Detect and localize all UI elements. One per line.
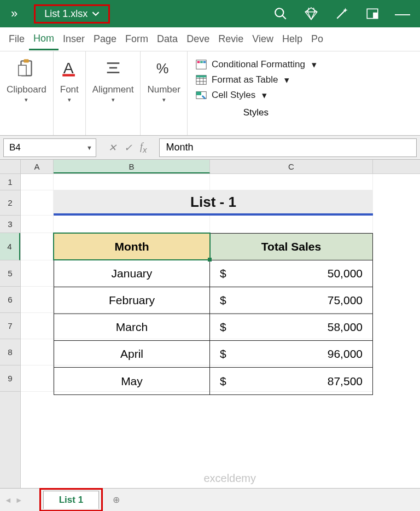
svg-rect-17 [203,61,206,63]
number-label: Number [147,84,180,95]
tab-developer[interactable]: Deve [182,29,214,49]
table-row: April $96,000 [54,341,372,368]
accept-formula-icon[interactable]: ✓ [124,142,132,154]
cond-fmt-icon [195,59,207,71]
cell-styles-button[interactable]: Cell Styles ▾ [195,88,317,103]
tab-help[interactable]: Help [278,29,307,49]
cell-month[interactable]: May [54,368,210,394]
table-header-row: Month Total Sales [54,234,372,260]
svg-rect-9 [62,74,75,76]
filename[interactable]: List 1.xlsx [44,8,88,20]
tab-review[interactable]: Revie [214,29,248,49]
name-box[interactable]: B4 ▼ [3,138,96,157]
cell-sales[interactable]: $87,500 [210,368,372,394]
row-header-8[interactable]: 8 [0,339,20,365]
table-row: May $87,500 [54,368,372,394]
cell-grid[interactable]: List - 1 Month Total Sales January $50,0… [21,174,420,488]
sheet-tab-highlight: List 1 [39,488,103,511]
col-header-a[interactable]: A [21,160,54,173]
column-headers: A B C [0,160,420,174]
tab-file[interactable]: File [4,29,29,49]
fx-icon[interactable]: fx [140,141,147,154]
svg-rect-16 [200,61,203,63]
svg-text:A: A [63,59,73,77]
row-header-5[interactable]: 5 [0,260,20,287]
wand-icon[interactable] [335,7,349,21]
chevron-down-icon[interactable] [92,10,100,18]
header-sales[interactable]: Total Sales [210,234,372,260]
cancel-formula-icon[interactable]: ✕ [108,142,116,154]
row-header-4[interactable]: 4 [0,233,20,260]
tab-home[interactable]: Hom [29,28,59,50]
new-sheet-icon[interactable]: ⊕ [113,495,120,505]
svg-rect-6 [24,59,30,62]
cell-sales[interactable]: $75,000 [210,287,372,313]
sheet-area: A B C 1 2 3 4 5 6 7 8 9 List - 1 [0,160,420,488]
svg-rect-15 [197,61,200,63]
ribbon-tabs: File Hom Inser Page Form Data Deve Revie… [0,27,420,51]
minimize-button[interactable]: — [390,5,415,22]
row-header-9[interactable]: 9 [0,365,20,392]
svg-line-1 [282,15,286,19]
cell-sales[interactable]: $58,000 [210,314,372,340]
table-icon [195,74,207,86]
svg-rect-25 [196,92,201,95]
svg-line-2 [337,10,345,19]
clipboard-label: Clipboard [7,84,46,95]
table-row: January $50,000 [54,260,372,287]
tab-page[interactable]: Page [89,29,121,49]
group-alignment[interactable]: Alignment▾ [86,51,141,135]
tab-insert[interactable]: Inser [59,29,89,49]
tab-view[interactable]: View [248,29,278,49]
group-number[interactable]: % Number▾ [141,51,187,135]
cell-month[interactable]: January [54,260,210,287]
row-headers: 1 2 3 4 5 6 7 8 9 [0,174,21,488]
font-label: Font [60,84,79,95]
select-all-triangle[interactable] [0,160,21,173]
format-as-table-button[interactable]: Format as Table ▾ [195,72,317,88]
header-month[interactable]: Month [54,234,210,260]
cell-sales[interactable]: $96,000 [210,341,372,367]
formula-bar: B4 ▼ ✕ ✓ fx Month [0,136,420,160]
tab-data[interactable]: Data [153,29,182,49]
ribbon: Clipboard▾ A Font▾ Alignment▾ % Number▾ … [0,51,420,136]
chevron-down-icon[interactable]: ▼ [86,144,92,151]
svg-rect-23 [196,76,206,78]
font-icon: A [60,57,79,79]
svg-rect-7 [19,65,26,76]
quick-access-more[interactable]: » [5,7,23,21]
cell-sales[interactable]: $50,000 [210,260,372,287]
table-title[interactable]: List - 1 [54,190,373,216]
row-header-6[interactable]: 6 [0,287,20,313]
group-styles: Conditional Formatting ▾ Format as Table… [188,51,324,135]
table-row: February $75,000 [54,287,372,314]
row-header-3[interactable]: 3 [0,216,20,233]
tab-more[interactable]: Po [307,29,328,49]
group-clipboard[interactable]: Clipboard▾ [0,51,54,135]
table-row: March $58,000 [54,314,372,341]
cell-month[interactable]: February [54,287,210,313]
alignment-icon [104,57,122,79]
row-header-1[interactable]: 1 [0,174,20,190]
row-header-2[interactable]: 2 [0,190,20,216]
window-mode-icon[interactable] [365,7,380,21]
conditional-formatting-button[interactable]: Conditional Formatting ▾ [195,57,317,72]
tab-formulas[interactable]: Form [121,29,153,49]
row-header-7[interactable]: 7 [0,313,20,339]
col-header-c[interactable]: C [210,160,373,173]
clipboard-icon [16,57,37,79]
alignment-label: Alignment [92,84,134,95]
tab-nav-next-icon[interactable]: ► [15,496,23,504]
col-header-b[interactable]: B [54,160,210,173]
formula-input[interactable]: Month [159,138,417,157]
svg-text:%: % [156,61,168,76]
cell-month[interactable]: April [54,341,210,367]
cell-month[interactable]: March [54,314,210,340]
diamond-icon[interactable] [304,7,318,21]
group-font[interactable]: A Font▾ [54,51,86,135]
number-icon: % [155,57,173,79]
search-icon[interactable] [273,7,288,21]
tab-nav-prev-icon[interactable]: ◄ [4,496,12,504]
svg-rect-4 [373,13,378,19]
sheet-tab[interactable]: List 1 [43,491,99,509]
